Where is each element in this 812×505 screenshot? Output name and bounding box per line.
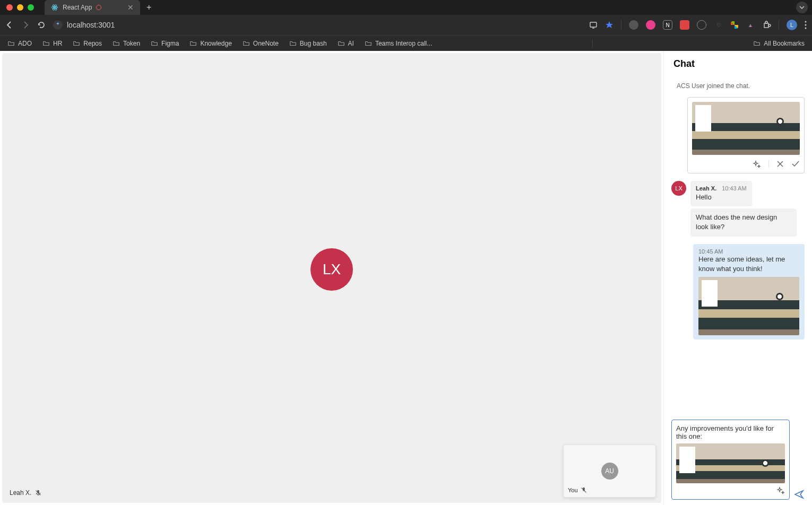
- extension-icon-7[interactable]: [731, 21, 738, 29]
- folder-icon: [113, 40, 120, 47]
- reject-icon[interactable]: [776, 160, 784, 169]
- message-time: 10:43 AM: [722, 185, 746, 191]
- kitchen-image-thumbnail[interactable]: [698, 277, 799, 335]
- close-window-button[interactable]: [6, 4, 13, 11]
- self-avatar: AU: [601, 463, 618, 480]
- minimize-window-button[interactable]: [17, 4, 23, 11]
- forward-button[interactable]: [21, 21, 30, 29]
- folder-icon: [289, 40, 297, 47]
- message-row-incoming: LX Leah X. 10:43 AM Hello: [671, 181, 805, 206]
- attachment-preview-card: [687, 97, 805, 173]
- window-controls: [6, 4, 34, 11]
- folder-icon: [189, 40, 197, 47]
- close-tab-button[interactable]: ✕: [127, 4, 134, 11]
- extension-icon-1[interactable]: [629, 20, 638, 30]
- tab-overflow-button[interactable]: [796, 2, 808, 13]
- folder-icon: [42, 40, 50, 47]
- bookmark-knowledge[interactable]: Knowledge: [189, 40, 231, 47]
- extension-icon-4[interactable]: [680, 20, 689, 30]
- video-stage: LX Leah X. AU You: [2, 53, 661, 503]
- extension-icon-6[interactable]: ♡: [714, 20, 723, 30]
- tab-recording-icon: [96, 5, 101, 10]
- toolbar-right: N ♡ ▲ L: [589, 20, 807, 30]
- bookmark-star-icon[interactable]: [605, 21, 614, 29]
- message-text: Hello: [696, 193, 747, 202]
- svg-point-0: [54, 7, 55, 8]
- url-field[interactable]: localhost:3001: [53, 20, 115, 30]
- svg-point-8: [805, 21, 807, 23]
- message-avatar: LX: [671, 181, 686, 196]
- folder-icon: [73, 40, 80, 47]
- mic-muted-icon: [580, 486, 588, 494]
- self-view-tile[interactable]: AU You: [563, 445, 656, 498]
- bookmark-teams[interactable]: Teams Interop call...: [365, 40, 432, 47]
- bookmark-hr[interactable]: HR: [42, 40, 62, 47]
- mic-muted-icon: [34, 489, 42, 497]
- profile-avatar[interactable]: L: [787, 20, 797, 30]
- message-time: 10:45 AM: [698, 248, 799, 255]
- tab-strip: React App ✕ +: [0, 0, 812, 15]
- back-button[interactable]: [5, 21, 14, 29]
- attachment-actions: [692, 160, 800, 169]
- svg-rect-5: [764, 23, 768, 28]
- site-info-icon[interactable]: [53, 20, 63, 30]
- bookmark-figma[interactable]: Figma: [151, 40, 179, 47]
- extension-icon-8[interactable]: ▲: [746, 20, 755, 30]
- participant-name-label: Leah X.: [10, 489, 42, 497]
- svg-point-6: [765, 21, 767, 23]
- browser-tab[interactable]: React App ✕: [45, 0, 140, 15]
- folder-icon: [338, 40, 345, 47]
- message-text: What does the new design look like?: [696, 213, 791, 232]
- composer-input[interactable]: Any improvements you'd like for this one…: [676, 424, 785, 440]
- extension-icon-2[interactable]: [646, 20, 655, 30]
- send-button[interactable]: [794, 489, 805, 500]
- svg-rect-4: [590, 22, 597, 27]
- folder-icon: [753, 40, 761, 47]
- app-content: LX Leah X. AU You Chat ACS User joined t…: [0, 51, 812, 505]
- react-favicon: [51, 4, 58, 11]
- bookmark-bugbash[interactable]: Bug bash: [289, 40, 327, 47]
- message-bubble: Leah X. 10:43 AM Hello: [690, 181, 752, 206]
- bookmark-ado[interactable]: ADO: [7, 40, 32, 47]
- kitchen-image-thumbnail[interactable]: [692, 102, 800, 155]
- chat-composer[interactable]: Any improvements you'd like for this one…: [671, 420, 790, 500]
- svg-point-7: [768, 24, 771, 27]
- sparkle-icon[interactable]: [753, 160, 761, 169]
- folder-icon: [7, 40, 15, 47]
- participant-avatar-main: LX: [310, 248, 353, 291]
- bookmark-repos[interactable]: Repos: [73, 40, 102, 47]
- composer-attached-image[interactable]: [676, 443, 785, 483]
- message-text: Here are some ideas, let me know what yo…: [698, 255, 799, 274]
- folder-icon: [243, 40, 250, 47]
- browser-chrome: React App ✕ + localhost:3001 N ♡: [0, 0, 812, 51]
- svg-point-10: [805, 28, 807, 29]
- bookmark-onenote[interactable]: OneNote: [243, 40, 279, 47]
- chat-composer-area: Any improvements you'd like for this one…: [664, 414, 812, 505]
- message-sender: Leah X.: [696, 185, 716, 191]
- bookmarks-bar: ADO HR Repos Token Figma Knowledge OneNo…: [0, 35, 812, 51]
- accept-icon[interactable]: [791, 160, 800, 169]
- reload-button[interactable]: [37, 21, 46, 29]
- folder-icon: [365, 40, 372, 47]
- chevron-down-icon: [799, 5, 805, 10]
- maximize-window-button[interactable]: [28, 4, 34, 11]
- bookmark-ai[interactable]: AI: [338, 40, 354, 47]
- chat-message-list[interactable]: ACS User joined the chat. LX Leah X. 10:…: [664, 75, 812, 414]
- extension-icon-5[interactable]: [697, 20, 706, 30]
- tab-title: React App: [63, 4, 92, 11]
- browser-menu-button[interactable]: [805, 21, 807, 29]
- svg-point-9: [805, 24, 807, 26]
- message-bubble: What does the new design look like?: [690, 208, 797, 236]
- all-bookmarks-button[interactable]: All Bookmarks: [753, 40, 805, 47]
- new-tab-button[interactable]: +: [146, 3, 151, 12]
- extensions-puzzle-icon[interactable]: [763, 21, 771, 29]
- sparkle-icon[interactable]: [776, 486, 785, 495]
- url-text: localhost:3001: [67, 21, 115, 29]
- cast-icon[interactable]: [589, 21, 598, 29]
- chat-panel: Chat ACS User joined the chat. LX Leah X…: [663, 51, 812, 505]
- bookmark-token[interactable]: Token: [113, 40, 140, 47]
- extension-icon-3[interactable]: N: [663, 20, 672, 30]
- system-message: ACS User joined the chat.: [677, 82, 799, 90]
- address-bar: localhost:3001 N ♡ ▲ L: [0, 15, 812, 35]
- self-label: You: [568, 486, 588, 494]
